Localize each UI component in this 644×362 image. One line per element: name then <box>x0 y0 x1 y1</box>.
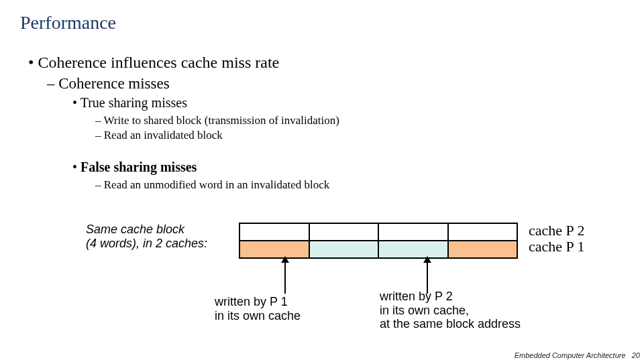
footer-page-number: 20 <box>632 351 640 359</box>
cache-word-cell <box>309 240 380 259</box>
bullet-l4c-text: Read an unmodified word in an invalidate… <box>104 178 330 191</box>
same-cache-block-label: Same cache block (4 words), in 2 caches: <box>86 223 207 250</box>
arrow-up-icon <box>427 261 428 294</box>
bullet-level4-read-invalidated: – Read an invalidated block <box>95 129 223 142</box>
arrow-up-icon <box>284 261 286 294</box>
cache-p2-label: cache P 2 <box>529 223 584 239</box>
caption1-line2: in its own cache <box>215 309 301 323</box>
bullet-ndash-icon: – <box>95 114 101 127</box>
cache-word-cell <box>239 240 310 259</box>
bullet-l1-text: Coherence influences cache miss rate <box>38 54 279 71</box>
slide: Performance • Coherence influences cache… <box>0 0 644 362</box>
cache-word-cell <box>447 223 519 241</box>
cache-word-cell <box>239 223 310 241</box>
bullet-dot-icon: • <box>72 95 77 111</box>
slide-title: Performance <box>20 12 116 34</box>
cache-labels: cache P 2 cache P 1 <box>529 223 584 255</box>
bullet-level2: – Coherence misses <box>47 75 170 93</box>
bullet-level4-read-unmodified: – Read an unmodified word in an invalida… <box>95 178 329 192</box>
bullet-l3b-text: False sharing misses <box>80 160 197 174</box>
same-block-line2: (4 words), in 2 caches: <box>86 237 207 251</box>
bullet-level3-true-sharing: • True sharing misses <box>72 95 187 111</box>
footer-label: Embedded Computer Architecture <box>515 351 626 359</box>
cache-word-cell <box>447 240 519 259</box>
cache-word-cell <box>378 223 449 241</box>
same-block-line1: Same cache block <box>86 223 207 237</box>
bullet-level1: • Coherence influences cache miss rate <box>28 54 279 72</box>
bullet-l4b-text: Read an invalidated block <box>104 129 223 141</box>
bullet-l2-text: Coherence misses <box>58 75 169 92</box>
bullet-level4-write-shared: – Write to shared block (transmission of… <box>95 114 339 127</box>
caption2-line2: in its own cache, <box>380 304 521 318</box>
cache-row-p2 <box>239 223 518 241</box>
bullet-ndash-icon: – <box>95 129 101 142</box>
slide-footer: Embedded Computer Architecture 20 <box>515 351 640 359</box>
bullet-l4a-text: Write to shared block (transmission of i… <box>103 114 339 127</box>
bullet-l3a-text: True sharing misses <box>80 95 187 110</box>
bullet-ndash-icon: – <box>95 178 101 192</box>
caption-written-by-p1: written by P 1 in its own cache <box>215 295 301 322</box>
caption1-line1: written by P 1 <box>215 295 301 309</box>
caption2-line1: written by P 2 <box>380 290 521 304</box>
cache-word-cell <box>378 240 449 259</box>
caption-written-by-p2: written by P 2 in its own cache, at the … <box>380 290 521 331</box>
cache-word-cell <box>309 223 380 241</box>
caption2-line3: at the same block address <box>380 317 521 331</box>
bullet-dash-icon: – <box>47 75 55 93</box>
bullet-dot-icon: • <box>72 160 77 175</box>
bullet-dot-icon: • <box>28 54 34 72</box>
cache-p1-label: cache P 1 <box>529 239 584 255</box>
bullet-level3-false-sharing: • False sharing misses <box>72 160 197 175</box>
